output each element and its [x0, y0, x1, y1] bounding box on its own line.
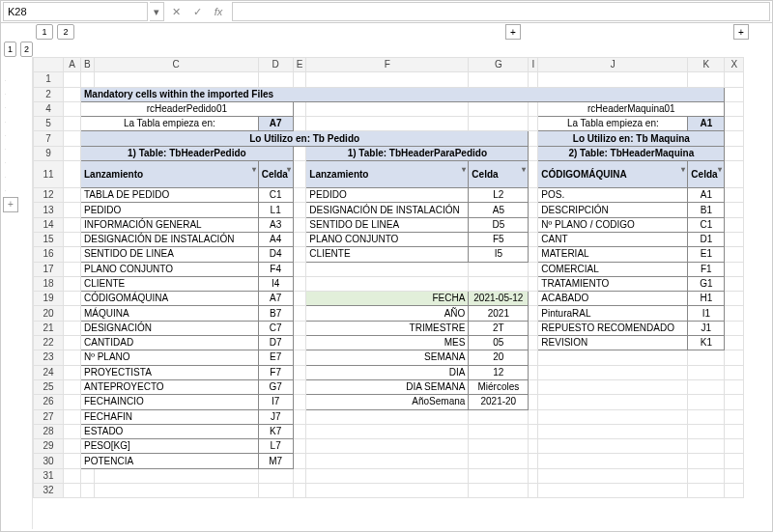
cell[interactable]: I5	[469, 247, 529, 262]
cell[interactable]: G7	[258, 379, 293, 394]
cell[interactable]: F1	[688, 262, 725, 276]
row-outline-level-2[interactable]: 2	[20, 42, 33, 57]
cell[interactable]: MATERIAL	[538, 247, 688, 262]
cell[interactable]: I4	[258, 276, 293, 291]
cell[interactable]: D1	[688, 232, 725, 246]
row-header[interactable]: 23	[34, 350, 64, 365]
row-header[interactable]: 29	[34, 439, 64, 454]
row-group-expand[interactable]: +	[3, 197, 18, 212]
cell[interactable]: D4	[258, 247, 293, 262]
cell[interactable]: J7	[258, 409, 293, 424]
cell[interactable]: CLIENTE	[306, 247, 469, 262]
cell[interactable]: Nº PLANO	[81, 350, 259, 365]
row-header[interactable]: 32	[34, 484, 64, 498]
row-header[interactable]: 4	[34, 101, 64, 116]
cell[interactable]: DESCRIPCIÓN	[538, 203, 688, 217]
row-header[interactable]: 15	[34, 232, 64, 246]
row-header[interactable]: 18	[34, 276, 64, 291]
cell[interactable]: CÓDIGOMÁQUINA	[81, 292, 259, 306]
cell[interactable]: POTENCIA	[81, 454, 259, 468]
cell[interactable]: REPUESTO RECOMENDADO	[538, 321, 688, 335]
cell[interactable]: A7	[258, 292, 293, 306]
cell[interactable]: M7	[258, 454, 293, 468]
cell-grid[interactable]: AB CD EF GI JK X 12Mandatory cells withi…	[33, 57, 772, 529]
cell[interactable]: TRATAMIENTO	[538, 276, 688, 291]
cell[interactable]: C1	[688, 217, 725, 232]
col-group-expand-2[interactable]: +	[733, 24, 749, 40]
cell[interactable]: FECHAINCIO	[81, 395, 259, 409]
row-outline-level-1[interactable]: 1	[4, 42, 16, 57]
cell[interactable]: MÁQUINA	[81, 306, 259, 321]
cell[interactable]: A5	[469, 203, 529, 217]
cell[interactable]: E7	[258, 350, 293, 365]
cell[interactable]: C7	[258, 321, 293, 335]
cell[interactable]: A1	[688, 188, 725, 203]
cancel-icon[interactable]: ✕	[166, 3, 186, 20]
name-box[interactable]: K28	[3, 2, 148, 21]
cell[interactable]: ANTEPROYECTO	[81, 379, 259, 394]
row-header[interactable]: 22	[34, 336, 64, 350]
cell[interactable]: PESO[KG]	[81, 439, 259, 454]
cell[interactable]: G1	[688, 276, 725, 291]
row-header[interactable]: 17	[34, 262, 64, 276]
cell[interactable]: D5	[469, 217, 529, 232]
col-group-expand-1[interactable]: +	[505, 24, 521, 40]
cell[interactable]: CLIENTE	[81, 276, 259, 291]
cell[interactable]: SENTIDO DE LINEA	[81, 247, 259, 262]
cell[interactable]: H1	[688, 292, 725, 306]
cell[interactable]: F7	[258, 365, 293, 379]
cell[interactable]: PLANO CONJUNTO	[81, 262, 259, 276]
cell[interactable]: L2	[469, 188, 529, 203]
cell[interactable]: F5	[469, 232, 529, 246]
row-header[interactable]: 11	[34, 161, 64, 188]
cell[interactable]: SENTIDO DE LINEA	[306, 217, 469, 232]
cell[interactable]: J1	[688, 321, 725, 335]
cell[interactable]: C1	[258, 188, 293, 203]
row-header[interactable]: 30	[34, 454, 64, 468]
column-headers[interactable]: AB CD EF GI JK X	[34, 58, 744, 72]
cell[interactable]: ESTADO	[81, 424, 259, 438]
cell[interactable]: I1	[688, 306, 725, 321]
cell[interactable]: POS.	[538, 188, 688, 203]
cell[interactable]: A4	[258, 232, 293, 246]
cell[interactable]: TABLA DE PEDIDO	[81, 188, 259, 203]
row-header[interactable]: 14	[34, 217, 64, 232]
row-header[interactable]: 27	[34, 409, 64, 424]
cell[interactable]: K7	[258, 424, 293, 438]
cell[interactable]: CANTIDAD	[81, 336, 259, 350]
row-header[interactable]: 31	[34, 468, 64, 483]
cell[interactable]: B7	[258, 306, 293, 321]
fx-icon[interactable]: fx	[209, 3, 228, 20]
row-header[interactable]: 9	[34, 146, 64, 160]
row-header[interactable]: 25	[34, 379, 64, 394]
cell[interactable]: A3	[258, 217, 293, 232]
cell[interactable]: PEDIDO	[81, 203, 259, 217]
cell[interactable]: F4	[258, 262, 293, 276]
cell[interactable]: K1	[688, 336, 725, 350]
cell[interactable]: Nº PLANO / CODIGO	[538, 217, 688, 232]
row-header[interactable]: 26	[34, 395, 64, 409]
name-box-dropdown[interactable]: ▾	[150, 2, 164, 21]
row-header[interactable]: 19	[34, 292, 64, 306]
cell[interactable]: DESIGNACIÓN DE INSTALACIÓN	[81, 232, 259, 246]
row-header[interactable]: 5	[34, 117, 64, 131]
row-header[interactable]: 7	[34, 131, 64, 146]
cell[interactable]: B1	[688, 203, 725, 217]
cell[interactable]: L7	[258, 439, 293, 454]
cell[interactable]: PROYECTISTA	[81, 365, 259, 379]
confirm-icon[interactable]: ✓	[187, 3, 207, 20]
row-header[interactable]: 1	[34, 72, 64, 87]
row-header[interactable]: 2	[34, 87, 64, 101]
cell[interactable]: ACABADO	[538, 292, 688, 306]
cell[interactable]: D7	[258, 336, 293, 350]
row-header[interactable]: 21	[34, 321, 64, 335]
cell[interactable]: DESIGNACIÓN	[81, 321, 259, 335]
row-header[interactable]: 16	[34, 247, 64, 262]
col-outline-level-1[interactable]: 1	[36, 24, 53, 40]
cell[interactable]: L1	[258, 203, 293, 217]
row-header[interactable]: 13	[34, 203, 64, 217]
row-header[interactable]: 20	[34, 306, 64, 321]
cell[interactable]: PEDIDO	[306, 188, 469, 203]
cell[interactable]: E1	[688, 247, 725, 262]
col-outline-level-2[interactable]: 2	[57, 24, 74, 40]
